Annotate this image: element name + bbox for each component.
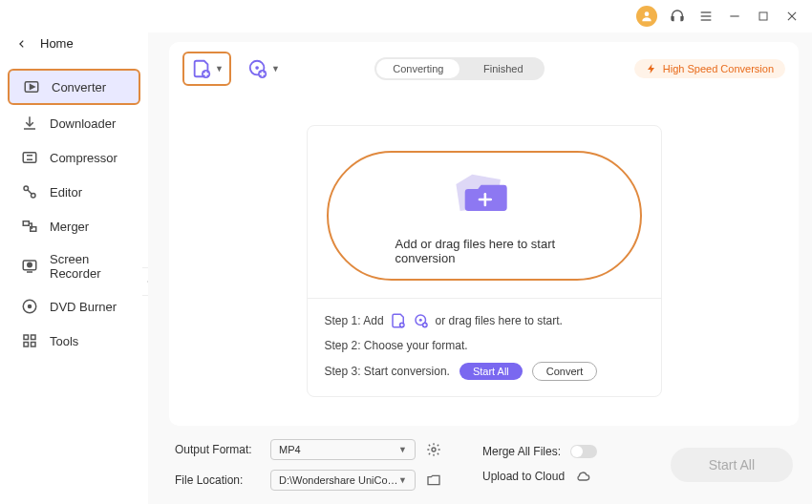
sidebar-item-label: Screen Recorder	[50, 252, 127, 281]
editor-icon	[21, 183, 38, 200]
sidebar-item-label: Downloader	[50, 116, 116, 131]
sidebar-item-label: Editor	[50, 185, 82, 200]
sidebar-item-editor[interactable]: Editor	[8, 176, 140, 208]
sidebar: Home Converter Downloader Compressor Edi…	[0, 32, 148, 504]
tools-icon	[21, 332, 38, 349]
upload-cloud-label: Upload to Cloud	[482, 470, 565, 483]
svg-rect-24	[32, 335, 36, 340]
step-3: Step 3: Start conversion. Start All Conv…	[325, 362, 644, 381]
svg-point-37	[432, 448, 436, 452]
titlebar	[0, 0, 812, 32]
minimize-icon[interactable]	[726, 8, 743, 25]
drop-zone[interactable]: Add or drag files here to start conversi…	[308, 126, 661, 298]
add-dvd-icon	[246, 57, 269, 80]
svg-point-35	[418, 318, 421, 321]
compressor-icon	[21, 149, 38, 166]
sidebar-item-label: Converter	[52, 80, 106, 94]
tab-finished[interactable]: Finished	[461, 57, 545, 80]
svg-rect-10	[23, 153, 36, 163]
svg-marker-9	[31, 85, 35, 90]
output-settings-icon[interactable]	[425, 441, 442, 458]
start-all-button[interactable]: Start All	[671, 448, 793, 482]
drop-text: Add or drag files here to start conversi…	[395, 237, 573, 265]
sidebar-item-dvd-burner[interactable]: DVD Burner	[8, 290, 140, 323]
file-location-select[interactable]: D:\Wondershare UniConverter 1 ▼	[270, 470, 416, 491]
add-file-icon	[190, 57, 213, 80]
tab-converting[interactable]: Converting	[376, 59, 459, 78]
dvd-burner-icon	[21, 298, 38, 315]
merge-all-label: Merge All Files:	[482, 445, 561, 458]
open-folder-icon[interactable]	[425, 472, 442, 489]
sidebar-item-label: Merger	[50, 220, 89, 234]
step-2: Step 2: Choose your format.	[325, 339, 644, 352]
add-file-button[interactable]: ▼	[182, 52, 231, 86]
main-panel: ▼ ▼ Converting Finished	[169, 42, 799, 426]
chevron-left-icon	[17, 39, 27, 49]
drop-highlight: Add or drag files here to start conversi…	[327, 151, 642, 281]
file-location-label: File Location:	[175, 473, 261, 487]
content-area: ▼ ▼ Converting Finished	[148, 32, 812, 504]
steps-area: Step 1: Add or drag files here to start.…	[308, 298, 661, 396]
svg-point-19	[28, 262, 32, 267]
chevron-down-icon: ▼	[398, 475, 407, 485]
sidebar-item-label: DVD Burner	[50, 300, 117, 314]
high-speed-conversion-pill[interactable]: High Speed Conversion	[634, 59, 785, 78]
home-link[interactable]: Home	[0, 32, 148, 68]
hsc-label: High Speed Conversion	[663, 63, 774, 74]
folder-plus-icon	[432, 166, 537, 223]
sidebar-item-downloader[interactable]: Downloader	[8, 107, 140, 139]
svg-rect-5	[759, 12, 767, 20]
svg-point-22	[29, 305, 32, 308]
chevron-down-icon: ▼	[215, 64, 224, 74]
toolbar: ▼ ▼ Converting Finished	[169, 42, 799, 95]
sidebar-item-screen-recorder[interactable]: Screen Recorder	[8, 244, 140, 288]
output-format-select[interactable]: MP4 ▼	[270, 439, 416, 460]
sidebar-item-label: Tools	[50, 334, 78, 348]
svg-rect-26	[32, 343, 36, 347]
svg-point-0	[645, 11, 650, 16]
chevron-down-icon: ▼	[398, 445, 407, 454]
svg-rect-25	[24, 343, 29, 347]
start-all-button-tiny[interactable]: Start All	[459, 363, 523, 380]
bolt-icon	[646, 63, 657, 74]
sidebar-item-merger[interactable]: Merger	[8, 210, 140, 242]
downloader-icon	[21, 115, 38, 132]
maximize-icon[interactable]	[755, 8, 772, 25]
add-dvd-button[interactable]: ▼	[241, 53, 286, 84]
merger-icon	[21, 218, 38, 235]
screen-recorder-icon	[21, 258, 38, 275]
headset-icon[interactable]	[669, 8, 686, 25]
sidebar-item-compressor[interactable]: Compressor	[8, 141, 140, 174]
close-icon[interactable]	[783, 8, 801, 25]
center-area: Add or drag files here to start conversi…	[169, 95, 799, 426]
svg-rect-16	[23, 221, 29, 226]
converter-icon	[23, 78, 40, 95]
cloud-icon[interactable]	[574, 468, 591, 485]
home-label: Home	[40, 36, 74, 51]
svg-rect-23	[24, 335, 29, 340]
output-format-label: Output Format:	[175, 443, 261, 456]
avatar[interactable]	[636, 6, 657, 27]
sidebar-item-converter[interactable]: Converter	[8, 69, 140, 105]
drop-card: Add or drag files here to start conversi…	[307, 125, 662, 397]
merge-all-toggle[interactable]	[570, 445, 597, 458]
add-dvd-icon	[413, 312, 430, 329]
bottom-bar: Output Format: MP4 ▼ File Location: D:\W…	[169, 435, 799, 494]
svg-line-15	[28, 190, 32, 195]
chevron-down-icon: ▼	[271, 64, 280, 74]
svg-point-29	[255, 66, 259, 70]
menu-icon[interactable]	[697, 8, 715, 25]
tab-segment: Converting Finished	[374, 57, 545, 80]
convert-button-tiny[interactable]: Convert	[532, 362, 598, 381]
add-file-icon	[390, 312, 407, 329]
step-1: Step 1: Add or drag files here to start.	[325, 312, 644, 329]
sidebar-item-label: Compressor	[50, 151, 118, 165]
sidebar-item-tools[interactable]: Tools	[8, 325, 140, 357]
